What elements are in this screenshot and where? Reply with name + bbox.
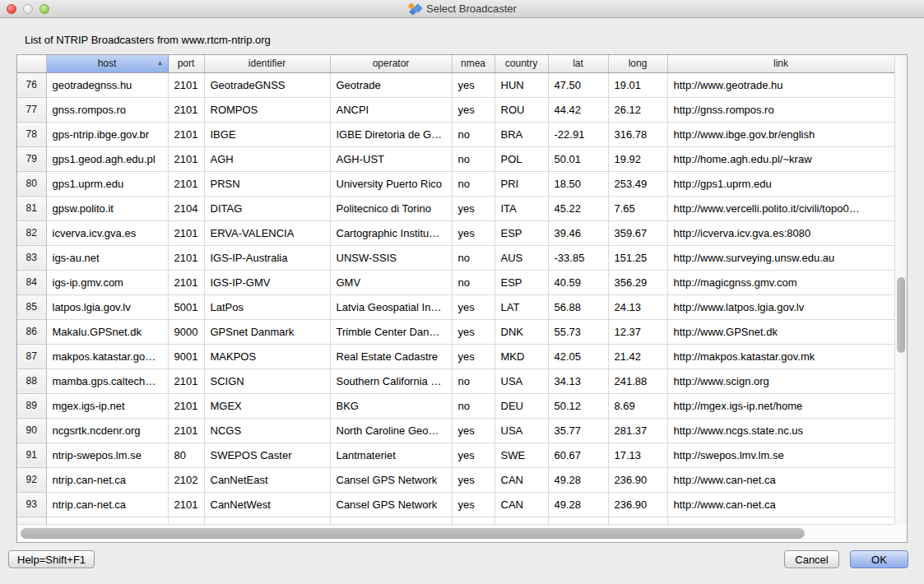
cell-operator[interactable]: University Puerto Rico [330, 171, 452, 196]
cell-nmea[interactable]: yes [452, 443, 495, 467]
cell-port[interactable]: 2101 [168, 171, 204, 196]
table-row[interactable]: 80gps1.uprm.edu2101PRSNUniversity Puerto… [17, 171, 894, 196]
cell-host[interactable]: gps1.uprm.edu [46, 171, 168, 196]
cell-port[interactable]: 2101 [168, 220, 204, 245]
cell-lat[interactable]: 38.50 [548, 517, 608, 524]
cell-host[interactable]: ntrip.can-net.ca [46, 492, 168, 517]
cell-long[interactable]: 241.88 [608, 368, 667, 393]
cell-long[interactable]: 359.67 [608, 220, 667, 245]
cell-nmea[interactable]: yes [452, 418, 495, 443]
cell-identifier[interactable]: CanNetWest [204, 492, 330, 517]
cell-operator[interactable]: Lantmateriet [330, 443, 452, 467]
cell-host[interactable]: icverva.icv.gva.es [46, 220, 168, 245]
cell-operator[interactable]: GMV [330, 270, 452, 294]
cell-lat[interactable]: 56.88 [548, 294, 608, 319]
cell-country[interactable]: LAT [495, 294, 548, 319]
cell-operator[interactable]: Politecnico di Torino [330, 196, 452, 220]
cell-operator[interactable]: ANCPI [330, 97, 452, 122]
table-row[interactable]: 84igs-ip.gmv.com2101IGS-IP-GMVGMVnoESP40… [17, 270, 894, 294]
cell-port[interactable]: 2101 [168, 72, 204, 97]
cell-lat[interactable]: 45.22 [548, 196, 608, 220]
table-row[interactable]: 83igs-au.net2101IGS-IP-AustraliaUNSW-SSI… [17, 245, 894, 270]
cell-lat[interactable]: 60.67 [548, 443, 608, 467]
cell-lat[interactable]: 35.77 [548, 418, 608, 443]
cell-lat[interactable]: 49.28 [548, 492, 608, 517]
cell-port[interactable]: 2101 [168, 122, 204, 146]
cell-operator[interactable]: Rahall Transportati… [330, 517, 452, 524]
table-row[interactable]: 85latpos.lgia.gov.lv5001LatPosLatvia Geo… [17, 294, 894, 319]
cell-nmea[interactable]: yes [452, 196, 495, 220]
cell-port[interactable]: 2101 [168, 97, 204, 122]
cell-host[interactable]: igs-au.net [46, 245, 168, 270]
cell-link[interactable]: http://www.scign.org [667, 368, 894, 393]
cell-host[interactable]: gps-ntrip.ibge.gov.br [46, 122, 168, 146]
cell-country[interactable]: AUS [495, 245, 548, 270]
cell-identifier[interactable]: LatPos [204, 294, 330, 319]
cell-lat[interactable]: 50.01 [548, 146, 608, 171]
cell-link[interactable]: http://www.latpos.lgia.gov.lv [667, 294, 894, 319]
cell-host[interactable]: igs-ip.gmv.com [46, 270, 168, 294]
col-header-rownum[interactable] [17, 55, 46, 72]
cell-long[interactable]: 151.25 [608, 245, 667, 270]
cell-identifier[interactable]: SWEPOS Caster [204, 443, 330, 467]
cell-port[interactable]: 5001 [168, 294, 204, 319]
cell-nmea[interactable]: yes [452, 492, 495, 517]
cell-identifier[interactable]: IGS-IP-Australia [204, 245, 330, 270]
cell-num[interactable]: 86 [17, 319, 46, 344]
cell-identifier[interactable]: MAKPOS [204, 344, 330, 368]
cell-num[interactable]: 87 [17, 344, 46, 368]
cell-long[interactable]: 7.65 [608, 196, 667, 220]
cell-country[interactable]: BRA [495, 122, 548, 146]
cell-country[interactable]: USA [495, 418, 548, 443]
cell-country[interactable]: USA [495, 517, 548, 524]
horizontal-scrollbar-thumb[interactable] [21, 528, 805, 539]
cell-lat[interactable]: 50.12 [548, 393, 608, 418]
cell-lat[interactable]: 42.05 [548, 344, 608, 368]
cell-long[interactable]: 26.12 [608, 97, 667, 122]
cell-lat[interactable]: 40.59 [548, 270, 608, 294]
cell-lat[interactable]: 47.50 [548, 72, 608, 97]
cell-long[interactable]: 253.49 [608, 171, 667, 196]
cell-country[interactable]: SWE [495, 443, 548, 467]
cell-port[interactable]: 2102 [168, 467, 204, 492]
cell-num[interactable]: 88 [17, 368, 46, 393]
cell-operator[interactable]: North Caroline Geo… [330, 418, 452, 443]
cell-num[interactable]: 91 [17, 443, 46, 467]
cell-long[interactable]: 17.13 [608, 443, 667, 467]
cell-long[interactable]: 316.78 [608, 122, 667, 146]
cell-nmea[interactable]: no [452, 393, 495, 418]
cell-operator[interactable]: Geotrade [330, 72, 452, 97]
zoom-button[interactable] [39, 4, 49, 14]
cell-num[interactable]: 84 [17, 270, 46, 294]
cell-country[interactable]: POL [495, 146, 548, 171]
cell-country[interactable]: DEU [495, 393, 548, 418]
cell-port[interactable]: 2104 [168, 196, 204, 220]
cell-link[interactable]: http://makpos.katastar.gov.mk [667, 344, 894, 368]
cell-link[interactable]: http://gnss.rompos.ro [667, 97, 894, 122]
cell-port[interactable]: 2101 [168, 245, 204, 270]
cell-nmea[interactable]: yes [452, 72, 495, 97]
cell-num[interactable]: 85 [17, 294, 46, 319]
cell-port[interactable]: 80 [168, 443, 204, 467]
cell-link[interactable]: http://mgex.igs-ip.net/home [667, 393, 894, 418]
col-header-long[interactable]: long [608, 55, 667, 72]
cell-port[interactable]: 2101 [168, 146, 204, 171]
cell-num[interactable]: 89 [17, 393, 46, 418]
cell-long[interactable]: 24.13 [608, 294, 667, 319]
table-row[interactable]: 91ntrip-swepos.lm.se80SWEPOS CasterLantm… [17, 443, 894, 467]
cell-nmea[interactable]: no [452, 122, 495, 146]
cell-lat[interactable]: -33.85 [548, 245, 608, 270]
cell-link[interactable]: http://www.ibge.gov.br/english [667, 122, 894, 146]
cell-identifier[interactable]: MGEX [204, 393, 330, 418]
cell-link[interactable]: http://home.agh.edu.pl/~kraw [667, 146, 894, 171]
cell-link[interactable]: http://www.vercelli.polito.it/civili/top… [667, 196, 894, 220]
cell-num[interactable]: 80 [17, 171, 46, 196]
table-row[interactable]: 92ntrip.can-net.ca2102CanNetEastCansel G… [17, 467, 894, 492]
cell-identifier[interactable]: DITAG [204, 196, 330, 220]
cell-country[interactable]: ESP [495, 270, 548, 294]
cell-port[interactable]: 2101 [168, 418, 204, 443]
cell-identifier[interactable]: IBGE [204, 122, 330, 146]
cell-identifier[interactable]: PRSN [204, 171, 330, 196]
cell-nmea[interactable]: yes [452, 467, 495, 492]
cell-port[interactable]: 2101 [168, 517, 204, 524]
